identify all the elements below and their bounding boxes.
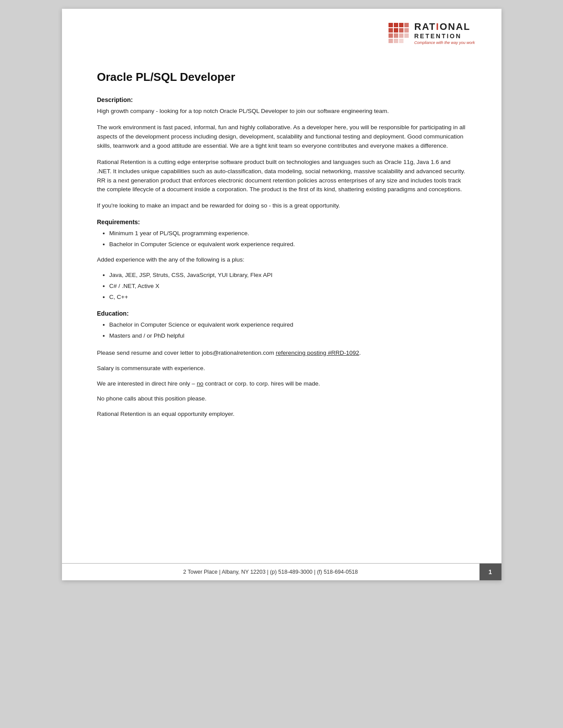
svg-rect-11 bbox=[404, 33, 409, 38]
requirements-list: Minimum 1 year of PL/SQL programming exp… bbox=[109, 229, 466, 249]
closing-para3-no: no bbox=[197, 380, 203, 387]
list-item: Bachelor in Computer Science or equivale… bbox=[109, 320, 466, 330]
svg-rect-6 bbox=[399, 28, 403, 33]
svg-rect-7 bbox=[404, 28, 409, 33]
logo-text-block: RATiONAL RETENTION Compliance with the w… bbox=[414, 22, 475, 45]
logo-grid-icon bbox=[388, 22, 410, 45]
closing-para1-post: . bbox=[359, 349, 361, 356]
added-experience-list: Java, JEE, JSP, Struts, CSS, JavaScript,… bbox=[109, 271, 466, 302]
svg-rect-3 bbox=[404, 23, 409, 27]
svg-rect-5 bbox=[394, 28, 398, 33]
closing-para1-pre: Please send resume and cover letter to j… bbox=[97, 349, 276, 356]
closing-para1-link: referencing posting #RRD-1092 bbox=[276, 349, 359, 356]
svg-rect-8 bbox=[389, 33, 393, 38]
svg-rect-1 bbox=[394, 23, 398, 27]
list-item: Java, JEE, JSP, Struts, CSS, JavaScript,… bbox=[109, 271, 466, 280]
requirements-section: Requirements: Minimum 1 year of PL/SQL p… bbox=[97, 218, 466, 302]
education-list: Bachelor in Computer Science or equivale… bbox=[109, 320, 466, 341]
description-para1: High growth company - looking for a top … bbox=[97, 107, 466, 116]
list-item: C, C++ bbox=[109, 293, 466, 302]
logo-sub-text: RETENTION bbox=[414, 33, 461, 40]
svg-rect-14 bbox=[399, 39, 403, 43]
list-item: C# / .NET, Active X bbox=[109, 282, 466, 291]
closing-para3-pre: We are interested in direct hire only – bbox=[97, 380, 197, 387]
footer-page-number: 1 bbox=[479, 564, 501, 580]
closing-para4: No phone calls about this position pleas… bbox=[97, 394, 466, 404]
requirements-heading: Requirements: bbox=[97, 218, 466, 226]
closing-para2: Salary is commensurate with experience. bbox=[97, 364, 466, 373]
education-heading: Education: bbox=[97, 310, 466, 317]
description-heading: Description: bbox=[97, 96, 466, 103]
logo-container: RATiONAL RETENTION Compliance with the w… bbox=[388, 22, 475, 45]
closing-para5: Rational Retention is an equal opportuni… bbox=[97, 410, 466, 419]
added-experience-intro: Added experience with the any of the fol… bbox=[97, 255, 466, 265]
svg-rect-9 bbox=[394, 33, 398, 38]
description-section: Description: High growth company - looki… bbox=[97, 96, 466, 211]
list-item: Masters and / or PhD helpful bbox=[109, 331, 466, 341]
footer: 2 Tower Place | Albany, NY 12203 | (p) 5… bbox=[62, 563, 501, 580]
list-item: Bachelor in Computer Science or equivale… bbox=[109, 240, 466, 249]
logo-main-text: RATiONAL bbox=[414, 22, 470, 32]
logo-area: RATiONAL RETENTION Compliance with the w… bbox=[388, 22, 475, 45]
description-para4: If you're looking to make an impact and … bbox=[97, 201, 466, 211]
description-para3: Rational Retention is a cutting edge ent… bbox=[97, 158, 466, 195]
svg-rect-0 bbox=[389, 23, 393, 27]
job-title: Oracle PL/SQL Developer bbox=[97, 70, 466, 84]
list-item: Minimum 1 year of PL/SQL programming exp… bbox=[109, 229, 466, 238]
closing-para1: Please send resume and cover letter to j… bbox=[97, 349, 466, 358]
education-section: Education: Bachelor in Computer Science … bbox=[97, 310, 466, 341]
svg-rect-10 bbox=[399, 33, 403, 38]
svg-rect-13 bbox=[394, 39, 398, 43]
footer-address: 2 Tower Place | Albany, NY 12203 | (p) 5… bbox=[62, 564, 479, 580]
svg-rect-4 bbox=[389, 28, 393, 33]
document-page: RATiONAL RETENTION Compliance with the w… bbox=[62, 9, 501, 580]
svg-rect-2 bbox=[399, 23, 403, 27]
closing-para3: We are interested in direct hire only – … bbox=[97, 379, 466, 389]
logo-tagline: Compliance with the way you work bbox=[414, 40, 475, 45]
svg-rect-12 bbox=[389, 39, 393, 43]
closing-section: Please send resume and cover letter to j… bbox=[97, 349, 466, 419]
closing-para3-post: contract or corp. to corp. hires will be… bbox=[203, 380, 320, 387]
description-para2: The work environment is fast paced, info… bbox=[97, 123, 466, 151]
